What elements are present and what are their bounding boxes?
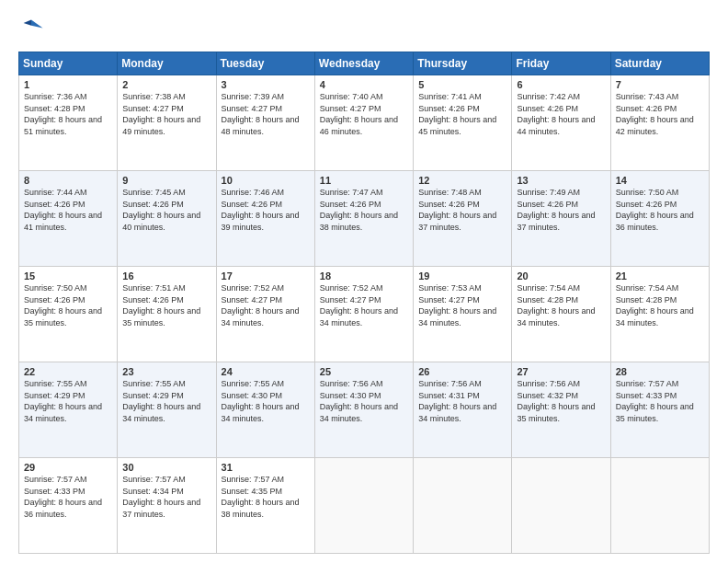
svg-marker-1 xyxy=(24,20,31,26)
calendar-cell xyxy=(512,458,610,554)
sunset-label: Sunset: 4:29 PM xyxy=(24,391,85,400)
day-number: 24 xyxy=(222,366,310,377)
logo xyxy=(18,17,48,42)
day-number: 27 xyxy=(517,366,605,377)
sunset-label: Sunset: 4:34 PM xyxy=(122,487,184,496)
daylight-label: Daylight: 8 hours and 42 minutes. xyxy=(616,115,694,136)
sunrise-label: Sunrise: 7:41 AM xyxy=(418,92,482,101)
cell-info: Sunrise: 7:48 AM Sunset: 4:26 PM Dayligh… xyxy=(418,187,506,233)
sunset-label: Sunset: 4:27 PM xyxy=(418,295,480,304)
calendar-cell: 22 Sunrise: 7:55 AM Sunset: 4:29 PM Dayl… xyxy=(19,362,118,458)
calendar-cell: 26 Sunrise: 7:56 AM Sunset: 4:31 PM Dayl… xyxy=(414,362,512,458)
cell-info: Sunrise: 7:45 AM Sunset: 4:26 PM Dayligh… xyxy=(122,187,210,233)
column-header-sunday: Sunday xyxy=(19,52,118,75)
calendar-cell: 9 Sunrise: 7:45 AM Sunset: 4:26 PM Dayli… xyxy=(118,171,216,267)
sunset-label: Sunset: 4:28 PM xyxy=(616,295,677,304)
cell-info: Sunrise: 7:46 AM Sunset: 4:26 PM Dayligh… xyxy=(222,187,310,233)
calendar-week-4: 22 Sunrise: 7:55 AM Sunset: 4:29 PM Dayl… xyxy=(19,362,710,458)
sunrise-label: Sunrise: 7:57 AM xyxy=(222,475,285,484)
calendar-table: SundayMondayTuesdayWednesdayThursdayFrid… xyxy=(18,52,710,554)
daylight-label: Daylight: 8 hours and 34 minutes. xyxy=(320,402,398,423)
cell-info: Sunrise: 7:42 AM Sunset: 4:26 PM Dayligh… xyxy=(517,91,605,137)
daylight-label: Daylight: 8 hours and 49 minutes. xyxy=(122,115,200,136)
sunset-label: Sunset: 4:28 PM xyxy=(517,295,578,304)
column-header-tuesday: Tuesday xyxy=(216,52,314,75)
svg-marker-0 xyxy=(31,20,43,29)
sunset-label: Sunset: 4:26 PM xyxy=(616,104,677,113)
cell-info: Sunrise: 7:55 AM Sunset: 4:29 PM Dayligh… xyxy=(122,378,210,424)
daylight-label: Daylight: 8 hours and 34 minutes. xyxy=(418,306,496,327)
column-header-saturday: Saturday xyxy=(610,52,709,75)
calendar-cell: 31 Sunrise: 7:57 AM Sunset: 4:35 PM Dayl… xyxy=(216,458,314,554)
sunrise-label: Sunrise: 7:55 AM xyxy=(222,379,285,388)
daylight-label: Daylight: 8 hours and 41 minutes. xyxy=(24,211,102,232)
cell-info: Sunrise: 7:40 AM Sunset: 4:27 PM Dayligh… xyxy=(320,91,408,137)
cell-info: Sunrise: 7:36 AM Sunset: 4:28 PM Dayligh… xyxy=(24,91,112,137)
day-number: 31 xyxy=(222,462,310,473)
sunrise-label: Sunrise: 7:54 AM xyxy=(616,283,679,293)
daylight-label: Daylight: 8 hours and 34 minutes. xyxy=(222,402,300,423)
cell-info: Sunrise: 7:57 AM Sunset: 4:33 PM Dayligh… xyxy=(616,378,704,424)
logo-icon xyxy=(18,17,44,42)
sunset-label: Sunset: 4:33 PM xyxy=(24,487,85,496)
daylight-label: Daylight: 8 hours and 34 minutes. xyxy=(517,306,595,327)
cell-info: Sunrise: 7:51 AM Sunset: 4:26 PM Dayligh… xyxy=(122,282,210,328)
sunset-label: Sunset: 4:26 PM xyxy=(418,200,480,209)
daylight-label: Daylight: 8 hours and 34 minutes. xyxy=(320,306,398,327)
day-number: 9 xyxy=(122,175,210,186)
daylight-label: Daylight: 8 hours and 36 minutes. xyxy=(24,498,102,519)
day-number: 17 xyxy=(222,270,310,282)
sunrise-label: Sunrise: 7:43 AM xyxy=(616,92,679,101)
cell-info: Sunrise: 7:56 AM Sunset: 4:30 PM Dayligh… xyxy=(320,378,408,424)
calendar-cell xyxy=(314,458,413,554)
calendar-cell: 15 Sunrise: 7:50 AM Sunset: 4:26 PM Dayl… xyxy=(19,267,118,362)
daylight-label: Daylight: 8 hours and 37 minutes. xyxy=(122,498,200,519)
daylight-label: Daylight: 8 hours and 34 minutes. xyxy=(24,402,102,423)
column-header-wednesday: Wednesday xyxy=(314,52,413,75)
calendar-cell: 8 Sunrise: 7:44 AM Sunset: 4:26 PM Dayli… xyxy=(19,171,118,267)
calendar-cell: 17 Sunrise: 7:52 AM Sunset: 4:27 PM Dayl… xyxy=(216,267,314,362)
sunrise-label: Sunrise: 7:56 AM xyxy=(320,379,383,388)
sunset-label: Sunset: 4:26 PM xyxy=(122,295,184,304)
daylight-label: Daylight: 8 hours and 34 minutes. xyxy=(418,402,496,423)
sunrise-label: Sunrise: 7:55 AM xyxy=(122,379,186,388)
cell-info: Sunrise: 7:41 AM Sunset: 4:26 PM Dayligh… xyxy=(418,91,506,137)
sunrise-label: Sunrise: 7:46 AM xyxy=(222,188,285,197)
sunset-label: Sunset: 4:31 PM xyxy=(418,391,480,400)
day-number: 15 xyxy=(24,270,112,282)
day-number: 13 xyxy=(517,175,605,186)
sunset-label: Sunset: 4:27 PM xyxy=(320,104,381,113)
sunset-label: Sunset: 4:32 PM xyxy=(517,391,578,400)
daylight-label: Daylight: 8 hours and 40 minutes. xyxy=(122,211,200,232)
sunrise-label: Sunrise: 7:44 AM xyxy=(24,188,87,197)
calendar-cell: 23 Sunrise: 7:55 AM Sunset: 4:29 PM Dayl… xyxy=(118,362,216,458)
calendar-cell: 24 Sunrise: 7:55 AM Sunset: 4:30 PM Dayl… xyxy=(216,362,314,458)
day-number: 30 xyxy=(122,462,210,473)
sunset-label: Sunset: 4:26 PM xyxy=(222,200,283,209)
day-number: 29 xyxy=(24,462,112,473)
daylight-label: Daylight: 8 hours and 38 minutes. xyxy=(222,498,300,519)
daylight-label: Daylight: 8 hours and 35 minutes. xyxy=(24,306,102,327)
day-number: 14 xyxy=(616,175,704,186)
sunset-label: Sunset: 4:26 PM xyxy=(122,200,184,209)
calendar-cell: 16 Sunrise: 7:51 AM Sunset: 4:26 PM Dayl… xyxy=(118,267,216,362)
sunset-label: Sunset: 4:33 PM xyxy=(616,391,677,400)
day-number: 21 xyxy=(616,270,704,282)
daylight-label: Daylight: 8 hours and 46 minutes. xyxy=(320,115,398,136)
day-number: 12 xyxy=(418,175,506,186)
sunset-label: Sunset: 4:26 PM xyxy=(24,200,85,209)
sunrise-label: Sunrise: 7:38 AM xyxy=(122,92,186,101)
sunset-label: Sunset: 4:27 PM xyxy=(122,104,184,113)
daylight-label: Daylight: 8 hours and 51 minutes. xyxy=(24,115,102,136)
calendar-cell: 6 Sunrise: 7:42 AM Sunset: 4:26 PM Dayli… xyxy=(512,75,610,171)
daylight-label: Daylight: 8 hours and 35 minutes. xyxy=(616,402,694,423)
day-number: 25 xyxy=(320,366,408,377)
cell-info: Sunrise: 7:54 AM Sunset: 4:28 PM Dayligh… xyxy=(616,282,704,328)
cell-info: Sunrise: 7:43 AM Sunset: 4:26 PM Dayligh… xyxy=(616,91,704,137)
cell-info: Sunrise: 7:56 AM Sunset: 4:31 PM Dayligh… xyxy=(418,378,506,424)
cell-info: Sunrise: 7:44 AM Sunset: 4:26 PM Dayligh… xyxy=(24,187,112,233)
sunrise-label: Sunrise: 7:49 AM xyxy=(517,188,580,197)
cell-info: Sunrise: 7:47 AM Sunset: 4:26 PM Dayligh… xyxy=(320,187,408,233)
daylight-label: Daylight: 8 hours and 34 minutes. xyxy=(222,306,300,327)
sunset-label: Sunset: 4:27 PM xyxy=(222,295,283,304)
